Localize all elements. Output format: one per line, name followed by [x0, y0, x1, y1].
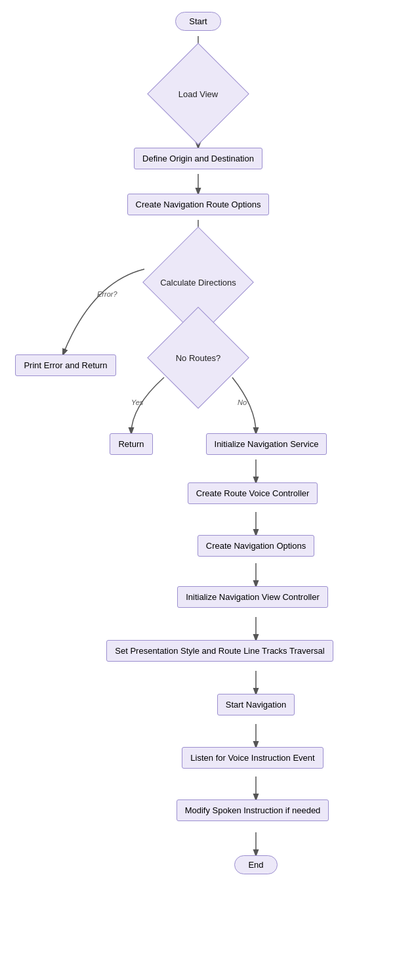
modify-spoken-node: Modify Spoken Instruction if needed	[121, 799, 384, 821]
svg-text:No: No	[238, 398, 247, 406]
create-route-options-node: Create Navigation Route Options	[52, 194, 344, 215]
define-origin-node: Define Origin and Destination	[85, 148, 311, 169]
svg-text:Error?: Error?	[97, 290, 117, 298]
listen-voice-node: Listen for Voice Instruction Event	[125, 747, 381, 769]
set-presentation-node: Set Presentation Style and Route Line Tr…	[52, 640, 387, 662]
start-node: Start	[171, 12, 226, 31]
load-view-node: Load View	[162, 58, 234, 130]
return-node: Return	[102, 433, 161, 455]
no-routes-node: No Routes?	[162, 322, 234, 394]
init-nav-service-node: Initialize Navigation Service	[181, 433, 352, 455]
start-nav-node: Start Navigation	[194, 694, 318, 715]
svg-text:Yes: Yes	[131, 398, 144, 406]
print-error-node: Print Error and Return	[7, 354, 125, 376]
end-node: End	[233, 855, 279, 874]
create-nav-options-node: Create Navigation Options	[144, 535, 367, 557]
init-nav-vc-node: Initialize Navigation View Controller	[125, 586, 381, 608]
create-route-voice-node: Create Route Voice Controller	[131, 482, 374, 504]
